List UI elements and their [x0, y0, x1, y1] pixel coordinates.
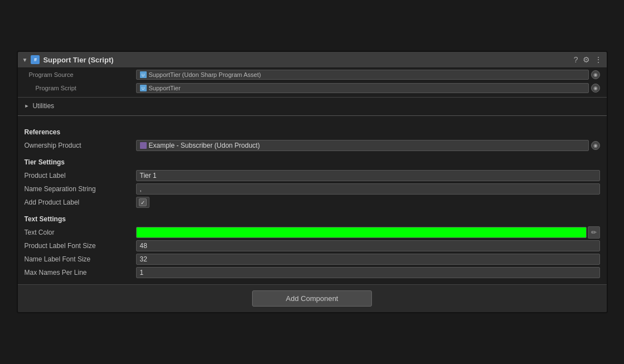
ownership-product-label: Ownership Product	[25, 142, 136, 149]
ownership-product-value[interactable]: Example - Subscriber (Udon Product)	[136, 140, 589, 151]
program-source-row: Program Source U SupportTier (Udon Sharp…	[18, 68, 607, 81]
name-label-font-size-label: Name Label Font Size	[25, 255, 136, 263]
program-script-icon: U	[140, 85, 147, 91]
script-icon: #	[31, 55, 40, 64]
program-source-picker[interactable]: ◉	[591, 70, 600, 79]
text-color-label: Text Color	[25, 229, 136, 236]
ownership-product-picker[interactable]: ◉	[591, 141, 600, 150]
name-separation-row: Name Separation String ,	[25, 183, 600, 195]
max-names-per-line-value[interactable]: 1	[136, 267, 600, 278]
header-icons: ? ⚙ ⋮	[574, 55, 602, 64]
ownership-product-icon	[140, 142, 147, 149]
name-label-font-size-row: Name Label Font Size 32	[25, 253, 600, 265]
max-names-per-line-text: 1	[140, 269, 144, 276]
component-panel: ▼ # Support Tier (Script) ? ⚙ ⋮ Program …	[17, 51, 608, 313]
product-label-row: Product Label Tier 1	[25, 169, 600, 182]
ownership-product-text: Example - Subscriber (Udon Product)	[149, 142, 260, 149]
product-label-text: Tier 1	[140, 172, 157, 179]
component-title: Support Tier (Script)	[43, 56, 570, 64]
utilities-label: Utilities	[32, 102, 54, 110]
ownership-product-row: Ownership Product Example - Subscriber (…	[25, 139, 600, 152]
add-product-label-label: Add Product Label	[25, 198, 136, 206]
product-label-label: Product Label	[25, 172, 136, 179]
eyedropper-button[interactable]: ✏	[588, 226, 600, 239]
utilities-row[interactable]: ► Utilities	[18, 100, 607, 112]
help-icon[interactable]: ?	[574, 55, 578, 64]
text-color-field: ✏	[136, 226, 600, 239]
product-label-font-size-row: Product Label Font Size 48	[25, 240, 600, 252]
divider-utilities	[18, 97, 607, 98]
component-header: ▼ # Support Tier (Script) ? ⚙ ⋮	[18, 52, 607, 68]
product-label-value[interactable]: Tier 1	[136, 170, 600, 181]
max-names-per-line-row: Max Names Per Line 1	[25, 266, 600, 279]
name-separation-label: Name Separation String	[25, 185, 136, 193]
references-section-title: References	[25, 128, 600, 136]
content-area: References Ownership Product Example - S…	[18, 119, 607, 284]
max-names-per-line-label: Max Names Per Line	[25, 269, 136, 276]
program-source-label: Program Source	[25, 71, 136, 78]
add-product-label-row: Add Product Label ✓	[25, 196, 600, 208]
program-source-text: SupportTier (Udon Sharp Program Asset)	[149, 71, 261, 78]
section-divider-main	[18, 115, 607, 116]
name-label-font-size-value[interactable]: 32	[136, 254, 600, 265]
program-script-row: Program Script U SupportTier ◉	[18, 81, 607, 95]
program-source-value: U SupportTier (Udon Sharp Program Asset)	[136, 70, 589, 80]
more-icon[interactable]: ⋮	[594, 55, 602, 64]
text-settings-title: Text Settings	[25, 215, 600, 223]
product-label-font-size-label: Product Label Font Size	[25, 242, 136, 250]
program-script-picker[interactable]: ◉	[591, 84, 600, 93]
settings-icon[interactable]: ⚙	[583, 55, 590, 64]
program-script-label: Program Script	[25, 85, 136, 91]
bottom-bar: Add Component	[18, 284, 607, 312]
name-separation-text: ,	[140, 185, 142, 193]
tier-settings-title: Tier Settings	[25, 158, 600, 166]
collapse-arrow[interactable]: ▼	[22, 57, 28, 63]
add-product-label-value[interactable]: ✓	[136, 197, 149, 208]
add-component-button[interactable]: Add Component	[252, 290, 373, 307]
name-separation-value[interactable]: ,	[136, 183, 600, 195]
text-color-row: Text Color ✏	[25, 226, 600, 239]
name-label-font-size-text: 32	[140, 255, 147, 263]
utilities-arrow: ►	[25, 103, 30, 109]
text-color-bar[interactable]	[136, 227, 587, 238]
product-label-font-size-value[interactable]: 48	[136, 240, 600, 251]
program-script-text: SupportTier	[149, 85, 181, 91]
product-label-font-size-text: 48	[140, 242, 147, 250]
checkmark: ✓	[141, 200, 145, 206]
program-source-icon: U	[140, 71, 147, 78]
program-script-value: U SupportTier	[136, 83, 589, 93]
add-product-label-checkbox[interactable]: ✓	[139, 198, 147, 206]
